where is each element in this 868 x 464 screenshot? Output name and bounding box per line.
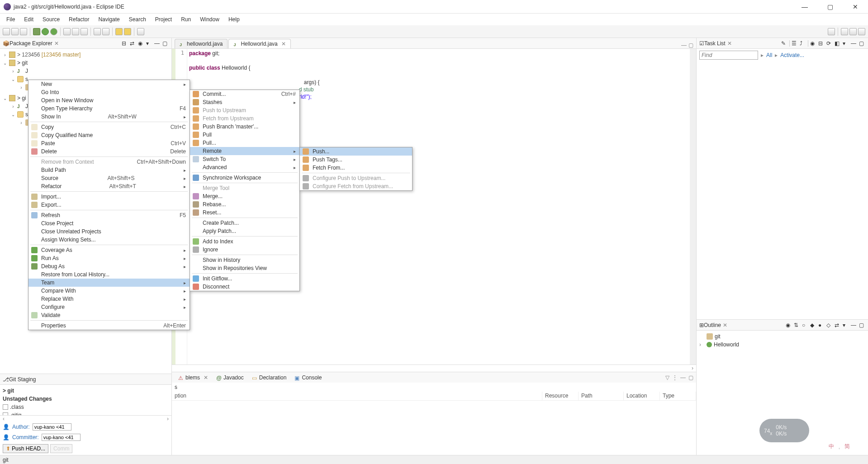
outline-tree[interactable]: git ›Helloworld — [697, 331, 868, 350]
menu-refactor[interactable]: Refactor — [64, 14, 94, 24]
hscroll-right-icon[interactable]: › — [689, 365, 696, 372]
pin-icon[interactable] — [137, 28, 144, 35]
menu-item-show-in-history[interactable]: Show in History — [190, 256, 299, 264]
tab-console[interactable]: ▣Console — [291, 373, 325, 382]
menu-item-build-path[interactable]: Build Path — [28, 166, 190, 174]
menu-item-push-tags[interactable]: Push Tags... — [300, 156, 412, 164]
menu-item-push[interactable]: Push... — [300, 147, 412, 156]
menu-item-validate[interactable]: Validate — [28, 311, 190, 319]
menu-item-show-in[interactable]: Show InAlt+Shift+W — [28, 113, 190, 121]
close-tab-icon[interactable]: ✕ — [204, 374, 208, 381]
menu-item-synchronize-workspace[interactable]: Synchronize Workspace — [190, 174, 299, 182]
hide-nonpublic-icon[interactable]: ● — [818, 322, 825, 328]
menu-item-create-patch[interactable]: Create Patch... — [190, 219, 299, 227]
minimize-view-icon[interactable]: — — [154, 40, 161, 47]
close-button[interactable]: ✕ — [846, 3, 864, 10]
col-resource[interactable]: Resource — [542, 392, 579, 400]
search-icon[interactable] — [94, 28, 101, 35]
maximize-button[interactable]: ▢ — [821, 3, 839, 10]
newclass-icon[interactable] — [72, 28, 79, 35]
open-type-icon[interactable] — [81, 28, 88, 35]
crumb-activate[interactable]: Activate... — [780, 52, 804, 58]
run-icon[interactable] — [42, 28, 49, 35]
annotate-icon[interactable] — [102, 28, 109, 35]
col-path[interactable]: Path — [579, 392, 624, 400]
maximize-view-icon[interactable]: ▢ — [162, 40, 169, 47]
tab-problems[interactable]: ⚠blems✕ — [175, 373, 212, 382]
menu-item-pull[interactable]: Pull — [190, 131, 299, 139]
view-menu-icon[interactable]: ▾ — [843, 322, 849, 328]
menu-item-import[interactable]: Import... — [28, 193, 190, 201]
maximize-view-icon[interactable]: ▢ — [859, 322, 865, 328]
sort-icon[interactable]: ⇅ — [794, 322, 800, 328]
hide-static-icon[interactable]: ◆ — [810, 322, 816, 328]
menu-item-debug-as[interactable]: Debug As — [28, 262, 190, 270]
menu-navigate[interactable]: Navigate — [94, 14, 124, 24]
quickaccess-icon[interactable] — [828, 28, 835, 35]
saveall-icon[interactable] — [20, 28, 27, 35]
editor-tab[interactable]: Helloworld.java✕ — [228, 39, 290, 48]
schedule-icon[interactable]: ⤴ — [800, 40, 806, 47]
minimize-editor-icon[interactable]: — — [681, 42, 687, 48]
menu-item-team[interactable]: Team — [28, 279, 190, 287]
menu-window[interactable]: Window — [195, 14, 224, 24]
close-view-icon[interactable]: ✕ — [727, 40, 732, 47]
menu-item-close-unrelated-projects[interactable]: Close Unrelated Projects — [28, 227, 190, 236]
unstaged-file[interactable]: .class — [10, 404, 24, 410]
menu-edit[interactable]: Edit — [19, 14, 38, 24]
editor-tab[interactable]: helloworld.java — [175, 39, 228, 48]
menu-item-go-into[interactable]: Go Into — [28, 88, 190, 96]
maximize-view-icon[interactable]: ▢ — [859, 40, 865, 47]
view-menu-icon[interactable]: ⋮ — [672, 374, 678, 381]
menu-item-delete[interactable]: DeleteDelete — [28, 147, 190, 156]
focus-icon[interactable]: ◉ — [810, 40, 816, 47]
focus-icon[interactable]: ◉ — [786, 322, 792, 328]
menu-help[interactable]: Help — [224, 14, 244, 24]
save-icon[interactable] — [11, 28, 19, 35]
commit-button[interactable]: Comm — [50, 444, 72, 453]
editor-scrollbar[interactable] — [690, 49, 696, 365]
menu-file[interactable]: File — [2, 14, 19, 24]
push-head-button[interactable]: ⬆ Push HEAD... — [3, 444, 48, 453]
hide-icon[interactable]: ◧ — [835, 40, 841, 47]
close-view-icon[interactable]: ✕ — [723, 322, 727, 328]
menu-item-merge[interactable]: Merge... — [190, 192, 299, 200]
categorize-icon[interactable]: ☰ — [792, 40, 798, 47]
menu-item-copy[interactable]: CopyCtrl+C — [28, 123, 190, 131]
menu-item-replace-with[interactable]: Replace With — [28, 295, 190, 303]
tab-declaration[interactable]: ▭Declaration — [248, 373, 290, 382]
perspective-debug-icon[interactable] — [858, 28, 865, 35]
menu-item-commit[interactable]: Commit...Ctrl+# — [190, 90, 299, 98]
maximize-editor-icon[interactable]: ▢ — [688, 42, 693, 48]
menu-item-copy-qualified-name[interactable]: Copy Qualified Name — [28, 131, 190, 139]
menu-item-rebase[interactable]: Rebase... — [190, 200, 299, 208]
crumb-all[interactable]: All — [766, 52, 772, 58]
menu-item-source[interactable]: SourceAlt+Shift+S — [28, 174, 190, 182]
menu-item-disconnect[interactable]: Disconnect — [190, 283, 299, 291]
menu-item-remote[interactable]: Remote — [190, 147, 299, 155]
committer-input[interactable] — [42, 434, 81, 441]
menu-project[interactable]: Project — [151, 14, 176, 24]
menu-item-assign-working-sets[interactable]: Assign Working Sets... — [28, 236, 190, 244]
sync-icon[interactable]: ⟳ — [826, 40, 833, 47]
newpkg-icon[interactable] — [63, 28, 71, 35]
minimize-view-icon[interactable]: — — [680, 374, 686, 381]
minimize-button[interactable]: — — [796, 3, 814, 10]
collapse-icon[interactable]: ⊟ — [818, 40, 825, 47]
new-task-icon[interactable]: ✎ — [781, 40, 787, 47]
menu-item-configure[interactable]: Configure — [28, 303, 190, 311]
link-editor-icon[interactable]: ⇄ — [130, 40, 136, 47]
link-icon[interactable]: ⇄ — [835, 322, 841, 328]
perspective-java-icon[interactable] — [841, 28, 848, 35]
scroll-right-icon[interactable]: › — [164, 416, 171, 421]
menu-item-new[interactable]: New — [28, 80, 190, 88]
menu-item-ignore[interactable]: Ignore — [190, 246, 299, 254]
col-description[interactable]: ption — [172, 392, 542, 400]
menu-item-push-branch-master[interactable]: Push Branch 'master'... — [190, 123, 299, 131]
col-location[interactable]: Location — [624, 392, 660, 400]
close-tab-icon[interactable]: ✕ — [281, 41, 286, 47]
filter-icon[interactable]: ▽ — [665, 374, 669, 381]
menu-item-coverage-as[interactable]: Coverage As — [28, 246, 190, 254]
menu-search[interactable]: Search — [124, 14, 151, 24]
new-icon[interactable] — [3, 28, 10, 35]
